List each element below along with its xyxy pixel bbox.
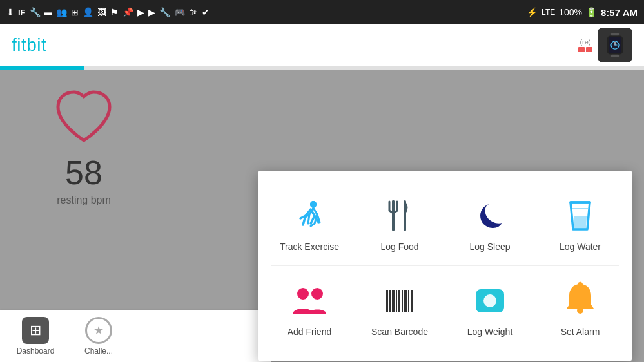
scan-barcode-icon [382, 283, 417, 318]
log-sleep-icon [473, 198, 507, 233]
svg-rect-18 [386, 290, 388, 312]
bluetooth-icon: ⚡ [527, 7, 538, 17]
popup-item-set-alarm[interactable]: Set Alarm [535, 269, 625, 348]
arrow-down-icon: ⬇ [6, 7, 14, 17]
app-title: fitbit [12, 35, 46, 55]
svg-rect-19 [389, 290, 391, 312]
quick-actions-popup: Track Exercise Log Food Log Sleep [258, 171, 632, 361]
log-weight-icon [472, 283, 508, 319]
check-icon: ✔ [202, 7, 210, 17]
youtube2-icon: ▶ [148, 7, 155, 17]
popup-item-scan-barcode[interactable]: Scan Barcode [355, 269, 445, 348]
svg-rect-24 [404, 290, 407, 312]
log-water-icon [564, 197, 596, 234]
tab-bar [0, 66, 644, 70]
tool2-icon: 🔧 [159, 7, 170, 17]
log-weight-label: Log Weight [467, 327, 513, 338]
grid-icon: ⊞ [71, 7, 79, 17]
log-food-icon-wrap [380, 196, 419, 235]
svg-point-29 [577, 307, 583, 314]
watch-battery-label: (re) [580, 38, 590, 46]
app-bar: fitbit (re) [0, 24, 644, 66]
popup-item-add-friend[interactable]: Add Friend [264, 269, 355, 348]
svg-point-17 [311, 288, 323, 300]
scan-barcode-label: Scan Barcode [371, 327, 428, 338]
svg-point-16 [297, 288, 309, 300]
svg-rect-1 [611, 54, 619, 57]
svg-rect-23 [402, 290, 403, 312]
scan-barcode-icon-wrap [380, 281, 419, 320]
status-bar: ⬇ IF 🔧 ▬ 👥 ⊞ 👤 🖼 ⚑ 📌 ▶ ▶ 🔧 🎮 🛍 ✔ ⚡ LTE 1… [0, 0, 644, 24]
svg-rect-22 [398, 290, 400, 312]
battery-icon: 🔋 [586, 7, 597, 17]
app-bar-right: (re) [578, 28, 632, 62]
dashboard-nav-label: Dashboard [17, 347, 55, 356]
add-friend-icon-wrap [290, 281, 329, 320]
challenges-nav-label: Challe... [84, 347, 113, 356]
track-exercise-icon-wrap [290, 196, 329, 235]
heart-rate-section: 58 resting bpm [52, 89, 116, 206]
log-water-icon-wrap [561, 196, 600, 235]
youtube-icon: ▶ [137, 7, 144, 17]
log-food-label: Log Food [380, 242, 418, 252]
if-label: IF [18, 8, 26, 17]
battery-percent: 100% [559, 7, 582, 17]
add-friend-label: Add Friend [288, 327, 331, 338]
bpm-label: resting bpm [57, 195, 111, 206]
tab-active-indicator [0, 66, 84, 70]
image-icon: 🖼 [97, 7, 106, 17]
nav-challenges[interactable]: ★ Challe... [70, 317, 128, 356]
users-icon: 👤 [83, 7, 93, 17]
log-food-icon [383, 198, 416, 234]
game-icon: 🎮 [174, 7, 185, 17]
log-water-label: Log Water [560, 242, 601, 252]
add-friend-icon [290, 285, 329, 317]
watch-icon [603, 33, 627, 57]
card-icon: ▬ [44, 8, 52, 17]
popup-item-track-exercise[interactable]: Track Exercise [264, 184, 355, 263]
popup-item-log-weight[interactable]: Log Weight [445, 269, 535, 348]
watch-battery: (re) [578, 38, 592, 52]
status-left-icons: ⬇ IF 🔧 ▬ 👥 ⊞ 👤 🖼 ⚑ 📌 ▶ ▶ 🔧 🎮 🛍 ✔ [6, 7, 210, 17]
dashboard-nav-icon: ⊞ [22, 317, 49, 344]
svg-rect-25 [408, 290, 409, 312]
svg-rect-21 [396, 290, 397, 312]
pin-icon: 📌 [122, 7, 133, 17]
status-time: 8:57 AM [601, 7, 638, 18]
set-alarm-icon-wrap [561, 281, 600, 320]
flag-icon: ⚑ [110, 7, 119, 17]
set-alarm-icon [563, 281, 598, 320]
popup-item-log-sleep[interactable]: Log Sleep [445, 184, 535, 263]
challenges-nav-icon: ★ [85, 317, 112, 344]
popup-item-log-water[interactable]: Log Water [535, 184, 625, 263]
wrench-icon: 🔧 [30, 7, 41, 17]
set-alarm-label: Set Alarm [561, 327, 600, 338]
bag-icon: 🛍 [189, 7, 198, 17]
svg-point-28 [483, 294, 496, 307]
battery-bar-1 [578, 47, 585, 52]
svg-point-31 [578, 282, 583, 287]
heart-icon [52, 89, 116, 147]
svg-rect-20 [392, 290, 395, 312]
battery-bar-2 [586, 47, 592, 52]
popup-row-divider [271, 265, 619, 266]
log-sleep-icon-wrap [471, 196, 509, 235]
svg-rect-26 [411, 290, 413, 312]
log-sleep-label: Log Sleep [469, 242, 510, 252]
lte-label: LTE [542, 8, 555, 17]
watch-avatar [598, 28, 632, 62]
log-weight-icon-wrap [471, 281, 509, 320]
track-exercise-label: Track Exercise [280, 242, 339, 252]
people-icon: 👥 [56, 7, 67, 17]
popup-item-log-food[interactable]: Log Food [355, 184, 445, 263]
svg-rect-0 [611, 33, 619, 36]
status-right-icons: ⚡ LTE 100% 🔋 8:57 AM [527, 7, 638, 18]
watch-battery-bars [578, 47, 592, 52]
track-exercise-icon [291, 198, 327, 234]
bpm-value: 58 [65, 153, 102, 192]
bottom-nav: ⊞ Dashboard ★ Challe... [0, 310, 271, 362]
nav-dashboard[interactable]: ⊞ Dashboard [6, 317, 64, 356]
